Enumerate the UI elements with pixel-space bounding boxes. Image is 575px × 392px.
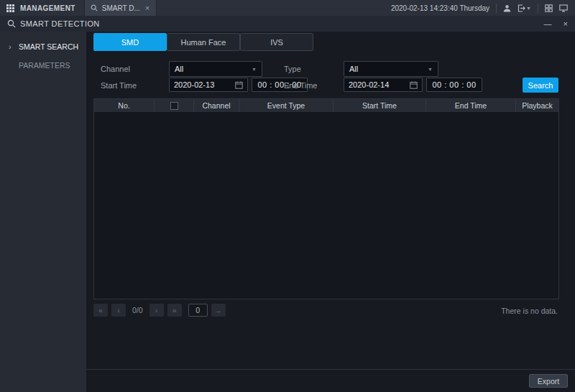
header-start-time: Start Time bbox=[333, 99, 426, 112]
window-title-bar: SMART DETECTION — × bbox=[0, 16, 575, 32]
pagination: « ‹ 0/0 › » → bbox=[93, 304, 226, 317]
system-datetime: 2020-02-13 14:23:40 Thursday bbox=[391, 4, 489, 12]
smart-detection-icon bbox=[7, 19, 16, 28]
page-number-input[interactable] bbox=[188, 304, 208, 317]
header-playback: Playback bbox=[515, 99, 558, 112]
tab-label: SMD bbox=[121, 38, 139, 47]
smart-detection-window: MANAGEMENT SMART D... × 2020-02-13 14:23… bbox=[0, 0, 575, 392]
export-button[interactable]: Export bbox=[529, 374, 568, 388]
chevron-down-icon: ▼ bbox=[428, 67, 433, 72]
next-page-button[interactable]: › bbox=[150, 304, 164, 317]
tab-ivs[interactable]: IVS bbox=[240, 33, 313, 51]
tab-smd[interactable]: SMD bbox=[93, 33, 167, 51]
first-page-button[interactable]: « bbox=[93, 304, 108, 317]
end-time-field[interactable]: 00 : 00 : 00 bbox=[426, 78, 482, 92]
chevron-down-icon: ▼ bbox=[526, 6, 531, 11]
layout-grid-icon bbox=[545, 4, 553, 12]
window-controls: — × bbox=[544, 20, 568, 28]
header-channel: Channel bbox=[193, 99, 239, 112]
main-content: SMD Human Face IVS Channel All ▼ Type Al… bbox=[86, 32, 575, 392]
no-data-status: There is no data. bbox=[501, 307, 558, 315]
detection-tabs: SMD Human Face IVS bbox=[93, 33, 313, 51]
prev-page-button[interactable]: ‹ bbox=[111, 304, 126, 317]
sidebar-item-parameters[interactable]: PARAMETERS bbox=[0, 56, 86, 75]
display-switch-button[interactable] bbox=[559, 4, 568, 12]
sidebar-item-label: SMART SEARCH bbox=[19, 42, 78, 51]
channel-select[interactable]: All ▼ bbox=[169, 61, 262, 77]
close-icon[interactable]: × bbox=[564, 20, 568, 28]
apps-menu-button[interactable] bbox=[0, 0, 20, 16]
table-body bbox=[94, 112, 558, 299]
monitor-icon bbox=[559, 4, 568, 12]
page-title: SMART DETECTION bbox=[20, 19, 100, 28]
search-button[interactable]: Search bbox=[523, 78, 558, 93]
separator bbox=[538, 4, 538, 13]
calendar-icon[interactable] bbox=[235, 81, 243, 89]
user-icon bbox=[503, 4, 511, 12]
page-indicator: 0/0 bbox=[132, 306, 143, 314]
type-select-value: All bbox=[349, 65, 358, 73]
management-label: MANAGEMENT bbox=[20, 4, 75, 12]
start-date-value: 2020-02-13 bbox=[174, 80, 214, 89]
detection-tab-icon bbox=[91, 4, 98, 11]
top-bar: MANAGEMENT SMART D... × 2020-02-13 14:23… bbox=[0, 0, 575, 16]
start-time-label: Start Time bbox=[101, 78, 137, 93]
separator bbox=[496, 4, 497, 13]
minimize-icon[interactable]: — bbox=[544, 20, 552, 28]
end-date-value: 2020-02-14 bbox=[349, 80, 389, 89]
logout-button[interactable]: ▼ bbox=[518, 4, 531, 12]
go-page-button[interactable]: → bbox=[211, 304, 226, 317]
channel-select-value: All bbox=[175, 65, 183, 73]
type-label: Type bbox=[284, 61, 301, 77]
tab-smart-detection-window[interactable]: SMART D... × bbox=[84, 0, 157, 16]
header-event-type: Event Type bbox=[239, 99, 333, 112]
table-header-row: No. Channel Event Type Start Time End Ti… bbox=[94, 99, 558, 112]
sidebar-item-smart-search[interactable]: › SMART SEARCH bbox=[0, 37, 86, 56]
last-page-button[interactable]: » bbox=[167, 304, 182, 317]
results-table: No. Channel Event Type Start Time End Ti… bbox=[93, 98, 559, 299]
tab-label: IVS bbox=[270, 38, 283, 47]
header-select bbox=[154, 99, 193, 112]
topbar-right: 2020-02-13 14:23:40 Thursday ▼ bbox=[391, 4, 575, 13]
apps-grid-icon bbox=[6, 4, 14, 12]
channel-label: Channel bbox=[101, 61, 130, 77]
user-account-button[interactable] bbox=[503, 4, 511, 12]
end-time-label: End Time bbox=[284, 78, 317, 93]
type-select[interactable]: All ▼ bbox=[344, 61, 438, 77]
calendar-icon[interactable] bbox=[410, 81, 418, 89]
sidebar: › SMART SEARCH PARAMETERS bbox=[0, 32, 86, 392]
logout-icon bbox=[518, 4, 525, 12]
tab-human-face[interactable]: Human Face bbox=[167, 33, 240, 51]
footer-divider bbox=[86, 369, 575, 370]
sidebar-item-label: PARAMETERS bbox=[19, 61, 70, 70]
header-end-time: End Time bbox=[426, 99, 515, 112]
end-date-field[interactable]: 2020-02-14 bbox=[344, 78, 423, 92]
end-time-value: 00 : 00 : 00 bbox=[432, 80, 476, 89]
start-date-field[interactable]: 2020-02-13 bbox=[169, 78, 248, 92]
chevron-down-icon: ▼ bbox=[252, 67, 257, 72]
tab-label: SMART D... bbox=[102, 4, 140, 12]
tab-label: Human Face bbox=[181, 38, 226, 47]
select-all-checkbox[interactable] bbox=[170, 102, 178, 110]
layout-switch-button[interactable] bbox=[545, 4, 553, 12]
tab-close-icon[interactable]: × bbox=[144, 4, 150, 12]
header-no: No. bbox=[94, 99, 154, 112]
chevron-right-icon: › bbox=[9, 42, 19, 51]
